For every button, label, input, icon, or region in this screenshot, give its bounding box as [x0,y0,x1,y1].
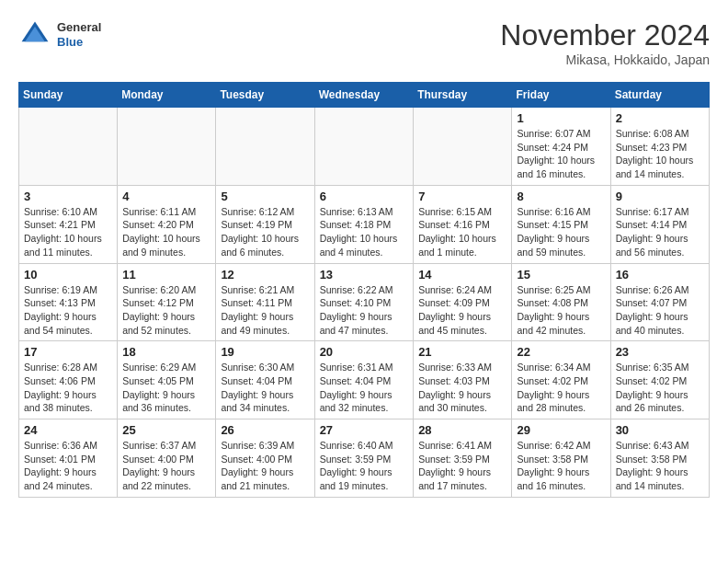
day-number: 8 [517,190,605,203]
day-number: 9 [616,190,704,203]
day-number: 6 [320,190,409,203]
day-info: Sunrise: 6:26 AM Sunset: 4:07 PM Dayligh… [616,283,704,338]
day-info: Sunrise: 6:39 AM Sunset: 4:00 PM Dayligh… [221,439,309,493]
calendar-cell: 21Sunrise: 6:33 AM Sunset: 4:03 PM Dayli… [414,341,512,419]
day-number: 1 [517,111,605,125]
logo: General Blue [18,18,101,52]
day-number: 24 [24,423,112,437]
calendar-cell: 26Sunrise: 6:39 AM Sunset: 4:00 PM Dayli… [216,419,314,498]
calendar-cell: 23Sunrise: 6:35 AM Sunset: 4:02 PM Dayli… [610,341,709,419]
calendar-week-5: 24Sunrise: 6:36 AM Sunset: 4:01 PM Dayli… [19,419,710,498]
calendar-cell [314,108,414,186]
calendar-cell: 11Sunrise: 6:20 AM Sunset: 4:12 PM Dayli… [118,263,216,341]
day-info: Sunrise: 6:34 AM Sunset: 4:02 PM Dayligh… [517,361,605,415]
day-info: Sunrise: 6:19 AM Sunset: 4:13 PM Dayligh… [24,283,112,338]
day-number: 23 [616,345,704,359]
day-info: Sunrise: 6:42 AM Sunset: 3:58 PM Dayligh… [517,439,605,493]
location: Mikasa, Hokkaido, Japan [500,52,710,67]
calendar-cell: 7Sunrise: 6:15 AM Sunset: 4:16 PM Daylig… [414,185,512,263]
calendar-week-1: 1Sunrise: 6:07 AM Sunset: 4:24 PM Daylig… [19,108,710,186]
calendar-cell: 13Sunrise: 6:22 AM Sunset: 4:10 PM Dayli… [314,263,414,341]
logo-general: General [57,20,101,35]
calendar-cell [118,108,216,186]
weekday-header-friday: Friday [512,83,610,108]
day-number: 18 [122,345,210,359]
calendar-cell: 2Sunrise: 6:08 AM Sunset: 4:23 PM Daylig… [610,108,709,186]
calendar-cell: 27Sunrise: 6:40 AM Sunset: 3:59 PM Dayli… [314,419,414,498]
title-block: November 2024 Mikasa, Hokkaido, Japan [500,18,710,67]
day-info: Sunrise: 6:12 AM Sunset: 4:19 PM Dayligh… [221,205,309,259]
day-number: 12 [221,268,309,282]
calendar-cell: 24Sunrise: 6:36 AM Sunset: 4:01 PM Dayli… [19,419,118,498]
day-number: 7 [418,190,506,203]
day-info: Sunrise: 6:16 AM Sunset: 4:15 PM Dayligh… [517,205,605,259]
day-number: 27 [320,423,409,437]
day-info: Sunrise: 6:08 AM Sunset: 4:23 PM Dayligh… [616,127,704,181]
day-info: Sunrise: 6:31 AM Sunset: 4:04 PM Dayligh… [320,361,409,415]
day-info: Sunrise: 6:21 AM Sunset: 4:11 PM Dayligh… [221,283,309,338]
day-number: 10 [24,268,112,282]
logo-text: General Blue [57,20,101,49]
calendar-cell: 25Sunrise: 6:37 AM Sunset: 4:00 PM Dayli… [118,419,216,498]
weekday-header-saturday: Saturday [610,83,709,108]
day-number: 13 [320,268,409,282]
page-header: General Blue November 2024 Mikasa, Hokka… [18,18,710,67]
day-info: Sunrise: 6:37 AM Sunset: 4:00 PM Dayligh… [122,439,210,493]
day-number: 14 [418,268,506,282]
day-number: 16 [616,268,704,282]
calendar-cell: 5Sunrise: 6:12 AM Sunset: 4:19 PM Daylig… [216,185,314,263]
calendar-cell: 28Sunrise: 6:41 AM Sunset: 3:59 PM Dayli… [414,419,512,498]
calendar-cell: 29Sunrise: 6:42 AM Sunset: 3:58 PM Dayli… [512,419,610,498]
day-info: Sunrise: 6:07 AM Sunset: 4:24 PM Dayligh… [517,127,605,181]
day-info: Sunrise: 6:29 AM Sunset: 4:05 PM Dayligh… [122,361,210,415]
day-info: Sunrise: 6:25 AM Sunset: 4:08 PM Dayligh… [517,283,605,338]
day-info: Sunrise: 6:43 AM Sunset: 3:58 PM Dayligh… [616,439,704,493]
calendar-cell [414,108,512,186]
day-info: Sunrise: 6:33 AM Sunset: 4:03 PM Dayligh… [418,361,506,415]
day-info: Sunrise: 6:40 AM Sunset: 3:59 PM Dayligh… [320,439,409,493]
calendar-cell: 1Sunrise: 6:07 AM Sunset: 4:24 PM Daylig… [512,108,610,186]
weekday-header-sunday: Sunday [19,83,118,108]
day-info: Sunrise: 6:13 AM Sunset: 4:18 PM Dayligh… [320,205,409,259]
day-number: 22 [517,345,605,359]
day-number: 5 [221,190,309,203]
calendar-cell: 6Sunrise: 6:13 AM Sunset: 4:18 PM Daylig… [314,185,414,263]
day-info: Sunrise: 6:22 AM Sunset: 4:10 PM Dayligh… [320,283,409,338]
day-info: Sunrise: 6:28 AM Sunset: 4:06 PM Dayligh… [24,361,112,415]
calendar-cell: 14Sunrise: 6:24 AM Sunset: 4:09 PM Dayli… [414,263,512,341]
weekday-header-tuesday: Tuesday [216,83,314,108]
day-info: Sunrise: 6:36 AM Sunset: 4:01 PM Dayligh… [24,439,112,493]
calendar-cell: 18Sunrise: 6:29 AM Sunset: 4:05 PM Dayli… [118,341,216,419]
weekday-header-wednesday: Wednesday [314,83,414,108]
day-number: 28 [418,423,506,437]
day-info: Sunrise: 6:17 AM Sunset: 4:14 PM Dayligh… [616,205,704,259]
calendar-cell: 16Sunrise: 6:26 AM Sunset: 4:07 PM Dayli… [610,263,709,341]
logo-blue: Blue [57,35,101,50]
day-number: 25 [122,423,210,437]
day-number: 2 [616,111,704,125]
day-number: 3 [24,190,112,203]
calendar-cell [19,108,118,186]
day-number: 20 [320,345,409,359]
weekday-header-thursday: Thursday [414,83,512,108]
day-info: Sunrise: 6:11 AM Sunset: 4:20 PM Dayligh… [122,205,210,259]
day-info: Sunrise: 6:24 AM Sunset: 4:09 PM Dayligh… [418,283,506,338]
day-info: Sunrise: 6:15 AM Sunset: 4:16 PM Dayligh… [418,205,506,259]
calendar-table: SundayMondayTuesdayWednesdayThursdayFrid… [18,82,710,498]
calendar-cell: 22Sunrise: 6:34 AM Sunset: 4:02 PM Dayli… [512,341,610,419]
day-info: Sunrise: 6:10 AM Sunset: 4:21 PM Dayligh… [24,205,112,259]
calendar-cell: 20Sunrise: 6:31 AM Sunset: 4:04 PM Dayli… [314,341,414,419]
calendar-cell: 30Sunrise: 6:43 AM Sunset: 3:58 PM Dayli… [610,419,709,498]
calendar-week-2: 3Sunrise: 6:10 AM Sunset: 4:21 PM Daylig… [19,185,710,263]
weekday-header-monday: Monday [118,83,216,108]
calendar-cell: 4Sunrise: 6:11 AM Sunset: 4:20 PM Daylig… [118,185,216,263]
calendar-cell: 8Sunrise: 6:16 AM Sunset: 4:15 PM Daylig… [512,185,610,263]
calendar-cell: 19Sunrise: 6:30 AM Sunset: 4:04 PM Dayli… [216,341,314,419]
day-number: 21 [418,345,506,359]
day-number: 29 [517,423,605,437]
calendar-cell: 3Sunrise: 6:10 AM Sunset: 4:21 PM Daylig… [19,185,118,263]
calendar-cell [216,108,314,186]
calendar-cell: 12Sunrise: 6:21 AM Sunset: 4:11 PM Dayli… [216,263,314,341]
calendar-header-row: SundayMondayTuesdayWednesdayThursdayFrid… [19,83,710,108]
day-number: 26 [221,423,309,437]
